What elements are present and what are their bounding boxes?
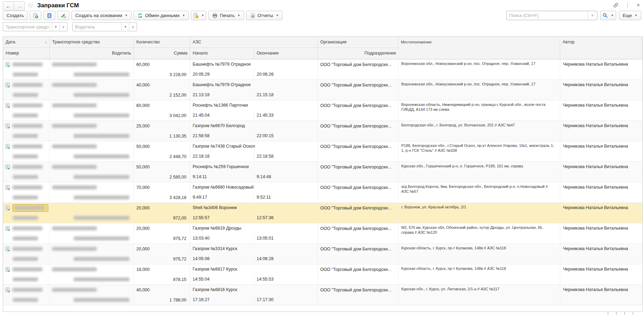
redacted-number — [13, 257, 38, 261]
cell-date-number — [3, 223, 50, 243]
redacted-number — [13, 277, 38, 281]
cell-organization: ООО "Торговый дом Белгородски... — [318, 285, 399, 305]
reports-button[interactable]: Отчеты ▼ — [246, 11, 283, 20]
cell-vehicle-driver — [50, 80, 134, 100]
redacted-driver — [74, 196, 129, 199]
column-header-org[interactable]: Организация — [318, 37, 399, 48]
cell-quantity-sum: 25,0001 130,35 — [134, 121, 190, 141]
end-time: 9:52:11 — [254, 192, 318, 202]
search-button[interactable]: ▼ — [600, 11, 616, 20]
column-header-number[interactable]: Номер — [3, 48, 50, 59]
end-time: 22:00:15 — [254, 131, 318, 141]
data-exchange-button[interactable]: Обмен данными ▼ — [134, 11, 189, 20]
start-time: 14:05:06 — [190, 254, 254, 264]
print-button[interactable]: Печать ▼ — [208, 11, 244, 20]
column-header-department[interactable]: Подразделение — [318, 48, 399, 59]
table-row[interactable]: 20,000975,72Газпром №3314 Курск14:05:061… — [3, 244, 642, 264]
create-button[interactable]: Создать — [3, 11, 27, 20]
document-posted-icon — [5, 123, 10, 129]
quantity-value: 40,000 — [134, 80, 190, 90]
more-button[interactable]: Еще ▼ — [619, 11, 641, 20]
column-header-end[interactable]: Окончание — [254, 48, 318, 59]
pager-stub[interactable] — [633, 312, 633, 315]
column-header-author[interactable]: Автор — [560, 37, 642, 59]
column-header-location[interactable]: Местоположение — [399, 37, 560, 59]
end-time: 17:17:30 — [254, 295, 318, 305]
sum-value: 3 428,18 — [134, 192, 190, 202]
table-row[interactable]: 18,000878,15Газпром №6817 Курск14:55:041… — [3, 264, 642, 285]
cell-organization: ООО "Торговый дом Белгородски... — [318, 80, 399, 100]
date-cell — [13, 162, 49, 172]
pager-stub[interactable] — [616, 312, 617, 315]
cell-date-number — [3, 203, 50, 223]
redacted-vehicle — [52, 63, 97, 66]
cell-quantity-sum: 40,0001 786,00 — [134, 285, 190, 305]
table-row[interactable]: 60,0003 042,00Роснефть №1366 Парточки21:… — [3, 100, 642, 121]
table-row[interactable]: 25,0001 130,35Газпром №6670 Белгород21:5… — [3, 121, 642, 141]
author-value: Черникова Наталья Витальевна — [560, 100, 642, 121]
favorite-star-icon[interactable]: ☆ — [27, 1, 34, 9]
document-posted-icon — [5, 164, 10, 170]
table-row[interactable]: 50,0002 585,00Роснефть №259 Горшечное9:1… — [3, 162, 642, 182]
column-header-start[interactable]: Начало — [190, 48, 254, 59]
edit-post-button[interactable] — [57, 11, 69, 20]
redacted-date — [13, 124, 42, 128]
sum-value: 972,00 — [134, 213, 190, 223]
cell-vehicle-driver — [50, 264, 134, 284]
sum-value: 3 042,00 — [134, 110, 190, 121]
copy-button[interactable] — [30, 11, 41, 20]
table-row[interactable]: 20,000972,00Shell №3406 Воронеж12:55:571… — [3, 203, 642, 223]
table-row[interactable]: 40,0001 786,00Газпром №6816 Курск17:16:2… — [3, 285, 642, 305]
column-header-date[interactable]: Дата ↓ — [3, 37, 50, 48]
column-header-driver[interactable]: Водитель — [50, 48, 134, 59]
doc-schedule-button[interactable]: ▼ — [191, 11, 206, 20]
table-row[interactable]: 70,0003 428,18Газпром №6680 Новосадовый9… — [3, 182, 642, 203]
cell-date-number — [3, 80, 50, 100]
author-value: Черникова Наталья Витальевна — [560, 141, 642, 161]
location-value: М2, 576 км, Курская обл, Обоянский район… — [399, 223, 560, 243]
start-time: 21:45:04 — [190, 110, 254, 121]
forward-button[interactable]: → — [14, 1, 25, 10]
vehicle-filter-dropdown-icon[interactable]: ▼ — [52, 23, 59, 31]
column-header-vehicle[interactable]: Транспортное средство — [50, 37, 134, 48]
table-row[interactable]: 40,0002 152,00Башнефть №7979 Отрадное21:… — [3, 80, 642, 100]
location-value: Белгородская обл., г. Белгород, ул. Волч… — [399, 121, 560, 141]
cell-organization: ООО "Торговый дом Белгородски... — [318, 264, 399, 284]
driver-filter-dropdown-icon[interactable]: ▼ — [121, 23, 129, 31]
column-header-quantity[interactable]: Количество — [134, 37, 190, 48]
link-icon[interactable] — [613, 2, 619, 8]
redacted-vehicle — [52, 83, 97, 87]
back-button[interactable]: ← — [3, 1, 14, 10]
search-input[interactable] — [507, 13, 588, 18]
vehicle-filter-clear-icon[interactable]: x — [59, 23, 67, 31]
menu-kebab-icon[interactable]: ⋮ — [625, 3, 630, 8]
location-value: Курская обл., г. Курск, ул. Литовская, 2… — [399, 285, 560, 305]
cell-organization: ООО "Торговый дом Белгородски... — [318, 182, 399, 202]
station-name: Газпром №3314 Курск — [190, 244, 318, 254]
table-row[interactable]: 20,000975,72Газпром №6819 Дрозды13:03:40… — [3, 223, 642, 244]
document-posted-icon — [5, 226, 10, 231]
end-time: 9:14:48 — [254, 172, 318, 182]
column-header-sum[interactable]: Сумма — [134, 48, 190, 59]
driver-filter-clear-icon[interactable]: x — [129, 23, 137, 31]
document-posted-icon — [5, 287, 10, 293]
vehicle-filter-input[interactable] — [3, 24, 52, 30]
table-row[interactable]: 60,0003 228,00Башнефть №7979 Отрадное20:… — [3, 59, 642, 80]
driver-filter-input[interactable] — [73, 24, 121, 30]
column-header-azs[interactable]: АЗС — [190, 37, 318, 48]
table-row[interactable]: 50,0002 448,70Газпром №7438 Старый Оскол… — [3, 141, 642, 162]
document-posted-icon — [5, 103, 10, 108]
printer-icon — [212, 13, 218, 18]
search-clear-icon[interactable]: × — [588, 11, 597, 20]
cell-date-number — [3, 59, 50, 80]
start-time: 21:13:18 — [190, 90, 254, 100]
cell-quantity-sum: 20,000972,00 — [134, 203, 190, 223]
create-based-on-button[interactable]: Создать на основании ▼ — [71, 11, 131, 20]
sum-value: 2 448,70 — [134, 151, 190, 161]
pager-stub[interactable] — [625, 312, 625, 315]
cell-date-number — [3, 141, 50, 161]
pager-stub[interactable] — [608, 312, 608, 315]
cell-vehicle-driver — [50, 59, 134, 80]
close-icon[interactable]: × — [637, 3, 640, 8]
list-view-button[interactable] — [43, 11, 55, 20]
